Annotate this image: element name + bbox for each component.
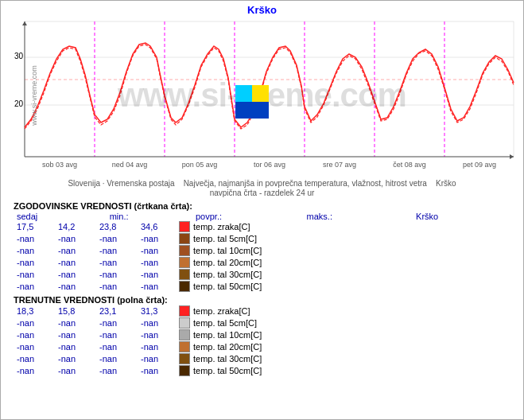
table-row: -nan-nan-nan-nantemp. tal 30cm[C] — [14, 353, 510, 364]
cell-value: -nan — [138, 270, 179, 279]
cell-value: -nan — [55, 330, 96, 340]
chart-title: Krško — [1, 1, 523, 18]
legend-color-box — [179, 341, 190, 352]
header-krsko: Krško — [413, 212, 510, 221]
cell-value: 14,2 — [55, 222, 96, 231]
cell-value: -nan — [55, 282, 96, 291]
legend-label: temp. tal 20cm[C] — [179, 257, 262, 268]
svg-rect-1 — [252, 85, 269, 102]
cell-value: -nan — [14, 330, 55, 340]
legend-text: temp. tal 50cm[C] — [193, 366, 262, 375]
color-square — [235, 85, 269, 119]
svg-rect-4 — [25, 21, 514, 157]
table-row: -nan-nan-nan-nantemp. tal 10cm[C] — [14, 245, 510, 256]
cell-value: 23,1 — [96, 306, 138, 316]
svg-rect-3 — [252, 102, 269, 119]
legend-label: temp. tal 10cm[C] — [179, 245, 262, 256]
legend-color-box — [179, 257, 190, 268]
legend-label: temp. tal 30cm[C] — [179, 353, 262, 364]
cell-value: -nan — [138, 246, 179, 255]
info-line-1: Slovenija · Vremenska postaja Največja, … — [14, 179, 510, 188]
legend-label: temp. tal 50cm[C] — [179, 365, 262, 376]
svg-text:20: 20 — [14, 99, 24, 108]
chart-area: Krško www.si-vreme.com www.si-vreme.com — [1, 1, 523, 176]
legend-text: temp. tal 50cm[C] — [193, 282, 262, 291]
table-row: -nan-nan-nan-nantemp. tal 20cm[C] — [14, 257, 510, 268]
svg-text:pon 05 avg: pon 05 avg — [182, 161, 218, 169]
cell-value: -nan — [14, 270, 55, 279]
legend-text: temp. zraka[C] — [193, 306, 250, 316]
cell-value: -nan — [138, 366, 179, 375]
section-current-title: TRENUTNE VREDNOSTI (polna črta): — [14, 295, 510, 305]
table-row: -nan-nan-nan-nantemp. tal 10cm[C] — [14, 329, 510, 340]
cell-value: -nan — [138, 282, 179, 291]
cell-value: -nan — [96, 342, 138, 352]
header-min: min.: — [107, 212, 192, 221]
legend-color-box — [179, 329, 190, 340]
table-row: -nan-nan-nan-nantemp. tal 20cm[C] — [14, 341, 510, 352]
cell-value: -nan — [138, 354, 179, 364]
legend-text: temp. zraka[C] — [193, 222, 250, 231]
navpicna-line: navpična črta - razdelek 24 ur — [14, 189, 510, 197]
section-historic-title: ZGODOVINSKE VREDNOSTI (črtkana črta): — [14, 201, 510, 211]
legend-label: temp. zraka[C] — [179, 305, 250, 317]
cell-value: -nan — [14, 282, 55, 291]
legend-color-box — [179, 305, 190, 317]
header-maks: maks.: — [304, 212, 413, 221]
cell-value: 23,8 — [96, 222, 138, 231]
legend-text: temp. tal 10cm[C] — [193, 246, 262, 255]
legend-text: temp. tal 5cm[C] — [193, 318, 257, 328]
svg-text:sob 03 avg: sob 03 avg — [42, 161, 77, 169]
cell-value: -nan — [55, 270, 96, 279]
legend-text: temp. tal 30cm[C] — [193, 270, 262, 279]
legend-color-box — [179, 353, 190, 364]
historic-table: sedaj min.: povpr.: maks.: Krško — [14, 212, 510, 221]
cell-value: -nan — [138, 258, 179, 267]
header-sedaj: sedaj — [14, 212, 107, 221]
cell-value: -nan — [96, 318, 138, 328]
cell-value: -nan — [14, 246, 55, 255]
info-area: Slovenija · Vremenska postaja Največja, … — [1, 176, 523, 419]
legend-label: temp. zraka[C] — [179, 221, 250, 232]
cell-value: -nan — [55, 258, 96, 267]
cell-value: -nan — [96, 366, 138, 375]
cell-value: -nan — [14, 366, 55, 375]
cell-value: -nan — [96, 270, 138, 279]
legend-color-box — [179, 221, 190, 232]
cell-value: -nan — [55, 246, 96, 255]
cell-value: -nan — [138, 330, 179, 340]
svg-text:čet 08 avg: čet 08 avg — [393, 161, 426, 169]
historic-rows-container: 17,514,223,834,6temp. zraka[C]-nan-nan-n… — [14, 221, 510, 292]
legend-text: temp. tal 20cm[C] — [193, 258, 262, 267]
color-square-svg — [235, 85, 269, 119]
legend-color-box — [179, 281, 190, 292]
legend-text: temp. tal 20cm[C] — [193, 342, 262, 352]
legend-label: temp. tal 5cm[C] — [179, 233, 257, 244]
table-header-row: sedaj min.: povpr.: maks.: Krško — [14, 212, 510, 221]
cell-value: -nan — [55, 366, 96, 375]
legend-label: temp. tal 20cm[C] — [179, 341, 262, 352]
logo-left: www.si-vreme.com — [30, 65, 38, 126]
cell-value: 17,5 — [14, 222, 55, 231]
table-row: -nan-nan-nan-nantemp. tal 5cm[C] — [14, 233, 510, 244]
legend-label: temp. tal 10cm[C] — [179, 329, 262, 340]
cell-value: 31,3 — [138, 306, 179, 316]
cell-value: -nan — [96, 246, 138, 255]
svg-text:pet 09 avg: pet 09 avg — [463, 161, 496, 169]
legend-text: temp. tal 30cm[C] — [193, 354, 262, 364]
table-row: 17,514,223,834,6temp. zraka[C] — [14, 221, 510, 232]
svg-text:sre 07 avg: sre 07 avg — [323, 161, 356, 169]
table-row: -nan-nan-nan-nantemp. tal 50cm[C] — [14, 281, 510, 292]
table-row: -nan-nan-nan-nantemp. tal 5cm[C] — [14, 317, 510, 329]
legend-label: temp. tal 30cm[C] — [179, 269, 262, 280]
svg-rect-0 — [235, 85, 252, 102]
cell-value: 34,6 — [138, 222, 179, 231]
header-povpr: povpr.: — [192, 212, 304, 221]
legend-label: temp. tal 50cm[C] — [179, 281, 262, 292]
svg-text:tor 06 avg: tor 06 avg — [254, 161, 285, 169]
cell-value: -nan — [14, 234, 55, 243]
cell-value: -nan — [14, 354, 55, 364]
legend-color-box — [179, 365, 190, 376]
table-row: -nan-nan-nan-nantemp. tal 30cm[C] — [14, 269, 510, 280]
cell-value: -nan — [55, 342, 96, 352]
